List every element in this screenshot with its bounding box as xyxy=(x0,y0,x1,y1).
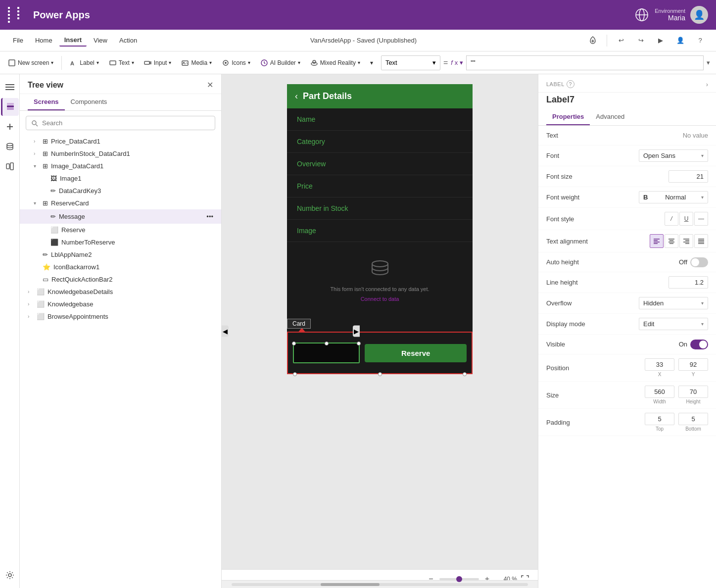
nav-item-number-in-stock[interactable]: Number in Stock xyxy=(287,197,473,220)
prop-overflow: Overflow Hidden ▾ xyxy=(538,293,716,314)
side-icon-settings[interactable] xyxy=(1,566,19,584)
tree-tab-components[interactable]: Components xyxy=(65,94,113,110)
tree-item-message[interactable]: ✏ Message ••• xyxy=(20,209,221,224)
tree-item-iconbackarrow1[interactable]: ⭐ IconBackarrow1 xyxy=(20,261,221,273)
tree-item-reserve[interactable]: ⬜ Reserve xyxy=(20,224,221,236)
tree-item-datacardkey3[interactable]: ✏ DataCardKey3 xyxy=(20,185,221,197)
nav-item-name[interactable]: Name xyxy=(287,108,473,131)
formula-input[interactable] xyxy=(466,55,704,70)
search-input[interactable] xyxy=(42,119,210,127)
tree-item-image1[interactable]: 🖼 Image1 xyxy=(20,172,221,185)
font-select[interactable]: Open Sans ▾ xyxy=(639,149,708,162)
card-input[interactable] xyxy=(293,343,360,363)
user-check-icon[interactable]: 👤 xyxy=(672,33,688,49)
visible-switch[interactable] xyxy=(690,340,708,349)
tree-item-image-datacard[interactable]: ▾ ⊞ Image_DataCard1 xyxy=(20,160,221,172)
align-justify-button[interactable] xyxy=(694,234,708,248)
formula-bar: Text ▾ = f x ▾ ▾ xyxy=(379,55,712,70)
tree-item-knowledgebasedetails[interactable]: › ⬜ KnowledgebaseDetails xyxy=(20,286,221,298)
menu-file[interactable]: File xyxy=(8,35,28,46)
redo-icon[interactable]: ↪ xyxy=(633,33,649,49)
input-button[interactable]: Input ▾ xyxy=(140,57,176,69)
ai-builder-button[interactable]: AI Builder ▾ xyxy=(256,57,304,69)
display-mode-select[interactable]: Edit ▾ xyxy=(639,318,708,330)
help-icon[interactable]: ? xyxy=(692,33,708,49)
size-height-input[interactable] xyxy=(678,386,708,398)
connect-data-link[interactable]: Connect to data xyxy=(361,296,399,302)
line-height-input[interactable] xyxy=(668,276,708,289)
formula-fx[interactable]: f x ▾ xyxy=(451,59,463,66)
menu-view[interactable]: View xyxy=(89,35,112,46)
more-toolbar-button[interactable]: ▾ xyxy=(366,57,377,68)
handle-bottom-left[interactable] xyxy=(293,372,297,376)
padding-top-input[interactable] xyxy=(645,413,674,425)
menu-action[interactable]: Action xyxy=(114,35,142,46)
mixed-reality-button[interactable]: Mixed Reality ▾ xyxy=(306,57,364,69)
media-button[interactable]: Media ▾ xyxy=(177,57,216,69)
side-icon-layers[interactable] xyxy=(1,98,19,116)
tree-item-knowledgebase[interactable]: › ⬜ Knowledgebase xyxy=(20,298,221,310)
side-icon-plus[interactable] xyxy=(1,118,19,136)
tree-item-reservecard[interactable]: ▾ ⊞ ReserveCard xyxy=(20,197,221,209)
strikethrough-button[interactable]: — xyxy=(694,212,708,226)
zoom-slider[interactable] xyxy=(439,578,479,580)
underline-button[interactable]: U xyxy=(679,212,693,226)
font-weight-select[interactable]: B Normal ▾ xyxy=(639,191,708,203)
position-y-input[interactable] xyxy=(678,358,708,371)
text-button[interactable]: Text ▾ xyxy=(105,57,138,69)
canvas-scroll-right[interactable]: ▶ xyxy=(353,326,360,337)
scroll-track[interactable] xyxy=(232,583,528,586)
play-icon[interactable]: ▶ xyxy=(653,33,668,49)
side-icon-hamburger[interactable] xyxy=(1,78,19,96)
app-grid-icon[interactable] xyxy=(8,7,25,23)
handle-bottom-right[interactable] xyxy=(463,372,467,376)
tree-item-rectquickactionbar2[interactable]: ▭ RectQuickActionBar2 xyxy=(20,273,221,286)
italic-button[interactable]: / xyxy=(665,212,678,226)
scroll-thumb[interactable] xyxy=(321,583,380,586)
size-width-input[interactable] xyxy=(645,386,674,398)
font-size-input[interactable] xyxy=(668,170,708,183)
user-avatar[interactable]: 👤 xyxy=(690,6,708,24)
tree-item-price-datacard[interactable]: › ⊞ Price_DataCard1 xyxy=(20,135,221,147)
nav-item-image[interactable]: Image xyxy=(287,220,473,242)
padding-bottom-input[interactable] xyxy=(678,413,708,425)
back-icon[interactable]: ‹ xyxy=(295,91,298,101)
align-center-button[interactable] xyxy=(665,234,678,248)
label-button[interactable]: A Label ▾ xyxy=(66,57,102,69)
overflow-select[interactable]: Hidden ▾ xyxy=(639,297,708,309)
canvas-scrollbar[interactable] xyxy=(222,580,538,588)
tree-close-button[interactable]: ✕ xyxy=(207,80,213,90)
help-circle-icon[interactable]: ? xyxy=(567,80,574,88)
position-x-input[interactable] xyxy=(645,358,674,371)
nav-item-category[interactable]: Category xyxy=(287,131,473,153)
menu-home[interactable]: Home xyxy=(30,35,57,46)
formula-selector[interactable]: Text ▾ xyxy=(381,55,440,70)
canvas-area: ◀ ▶ ‹ Part Details Name Category Overvie… xyxy=(222,74,538,588)
tree-tab-screens[interactable]: Screens xyxy=(28,94,65,110)
menu-insert[interactable]: Insert xyxy=(59,34,87,47)
props-expand-icon[interactable]: › xyxy=(706,81,708,88)
new-screen-button[interactable]: New screen ▾ xyxy=(4,57,57,69)
align-right-button[interactable] xyxy=(679,234,693,248)
auto-height-switch[interactable] xyxy=(690,257,708,267)
tree-item-lblappname2[interactable]: ✏ LblAppName2 xyxy=(20,248,221,261)
formula-expand-icon[interactable]: ▾ xyxy=(707,59,710,66)
more-button[interactable]: ••• xyxy=(204,212,215,221)
reserve-button[interactable]: Reserve xyxy=(365,344,467,362)
canvas-scroll-left[interactable]: ◀ xyxy=(222,326,229,337)
props-tab-properties[interactable]: Properties xyxy=(546,109,590,125)
tree-item-numbertoreserve[interactable]: ⬛ NumberToReserve xyxy=(20,236,221,248)
tree-item-browseappointments[interactable]: › ⬜ BrowseAppointments xyxy=(20,310,221,323)
nav-item-price[interactable]: Price xyxy=(287,175,473,197)
props-tab-advanced[interactable]: Advanced xyxy=(590,109,630,125)
zoom-slider-thumb[interactable] xyxy=(456,576,462,582)
side-icon-database[interactable] xyxy=(1,138,19,155)
side-icon-music[interactable] xyxy=(1,157,19,175)
handle-bottom-center[interactable] xyxy=(378,372,382,376)
align-left-button[interactable] xyxy=(650,234,664,248)
health-icon[interactable] xyxy=(585,33,601,49)
undo-icon[interactable]: ↩ xyxy=(613,33,629,49)
tree-item-numberinstock-datacard[interactable]: › ⊞ NumberInStock_DataCard1 xyxy=(20,147,221,160)
nav-item-overview[interactable]: Overview xyxy=(287,153,473,175)
icons-button[interactable]: Icons ▾ xyxy=(218,57,254,69)
